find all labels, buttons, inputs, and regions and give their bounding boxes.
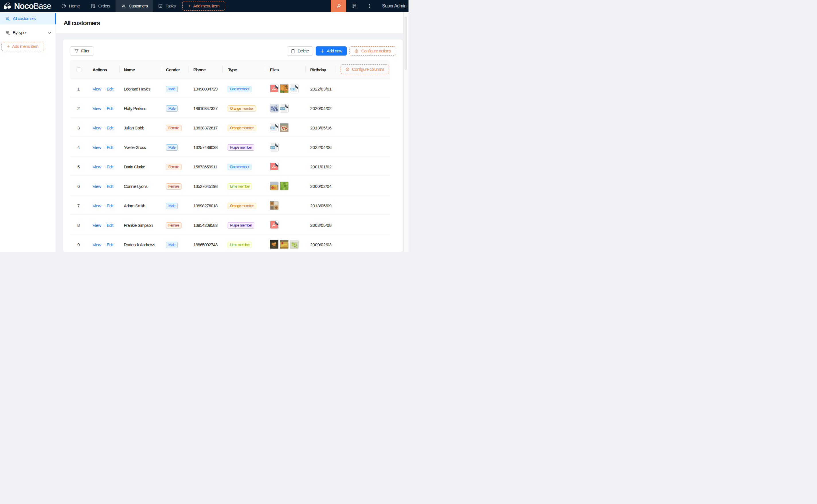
svg-text:DOC: DOC <box>280 108 285 110</box>
svg-text:DOC: DOC <box>291 88 295 90</box>
svg-text:DOC: DOC <box>270 147 275 149</box>
svg-text:DOC: DOC <box>270 127 275 129</box>
